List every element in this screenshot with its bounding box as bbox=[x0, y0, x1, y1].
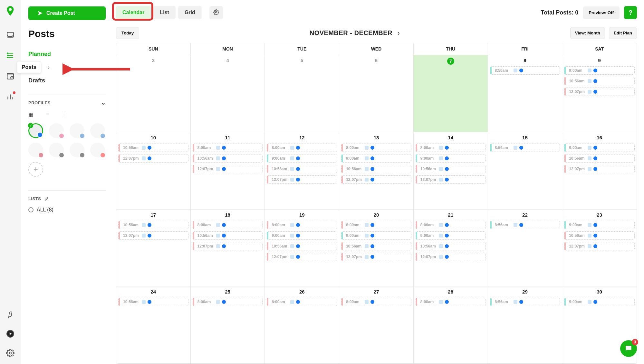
post-slot[interactable]: 9:00am bbox=[341, 231, 411, 240]
calendar-cell[interactable]: 7 bbox=[414, 55, 488, 132]
post-slot[interactable]: 12:07pm bbox=[341, 175, 411, 184]
post-slot[interactable]: 10:56am bbox=[118, 298, 188, 306]
profiles-header[interactable]: PROFILES ⌄ bbox=[28, 99, 106, 106]
post-slot[interactable]: 10:56am bbox=[416, 242, 486, 250]
post-slot[interactable]: 12:07pm bbox=[118, 154, 188, 163]
post-slot[interactable]: 8:00am bbox=[341, 221, 411, 229]
post-slot[interactable]: 9:00am bbox=[564, 66, 635, 75]
calendar-cell[interactable]: 228:56am bbox=[488, 210, 562, 287]
profile-avatar[interactable] bbox=[28, 123, 43, 138]
calendar-cell[interactable]: 218:00am9:00am10:56am12:07pm bbox=[414, 210, 488, 287]
post-slot[interactable]: 10:56am bbox=[193, 231, 263, 240]
post-slot[interactable]: 9:00am bbox=[267, 231, 337, 240]
calendar-cell[interactable]: 6 bbox=[339, 55, 414, 132]
post-slot[interactable]: 10:56am bbox=[118, 221, 188, 229]
calendar-cell[interactable]: 118:00am10:56am12:07pm bbox=[191, 132, 265, 210]
post-slot[interactable]: 9:00am bbox=[564, 298, 635, 306]
post-slot[interactable]: 9:00am bbox=[416, 154, 486, 163]
profile-avatar[interactable] bbox=[70, 123, 84, 138]
post-slot[interactable]: 10:56am bbox=[193, 154, 263, 163]
post-slot[interactable]: 8:56am bbox=[490, 144, 560, 152]
post-slot[interactable]: 10:56am bbox=[564, 77, 635, 85]
calendar-cell[interactable]: 138:00am9:00am10:56am12:07pm bbox=[339, 132, 414, 210]
posts-icon[interactable] bbox=[6, 51, 15, 60]
post-slot[interactable]: 8:00am bbox=[416, 144, 486, 152]
post-slot[interactable]: 9:00am bbox=[416, 231, 486, 240]
calendar-cell[interactable]: 99:00am10:56am12:07pm bbox=[562, 55, 637, 132]
settings-icon[interactable] bbox=[6, 349, 15, 358]
calendar-cell[interactable]: 1010:56am12:07pm bbox=[116, 132, 191, 210]
post-slot[interactable]: 10:56am bbox=[416, 165, 486, 173]
nav-drafts[interactable]: Drafts bbox=[28, 74, 106, 87]
create-post-button[interactable]: Create Post bbox=[28, 6, 106, 20]
analytics-icon[interactable] bbox=[6, 92, 15, 101]
post-slot[interactable]: 12:07pm bbox=[193, 242, 263, 250]
post-slot[interactable]: 8:00am bbox=[341, 144, 411, 152]
post-slot[interactable]: 8:56am bbox=[490, 221, 560, 229]
post-slot[interactable]: 10:56am bbox=[267, 165, 337, 173]
calendar-cell[interactable]: 158:56am bbox=[488, 132, 562, 210]
preview-toggle[interactable]: Preview: Off bbox=[583, 6, 620, 19]
calendar-cell[interactable]: 169:00am10:56am12:07pm bbox=[562, 132, 637, 210]
post-slot[interactable]: 12:07pm bbox=[341, 253, 411, 261]
calendar-cell[interactable]: 288:00am bbox=[414, 286, 488, 364]
post-slot[interactable]: 9:00am bbox=[564, 221, 635, 229]
post-slot[interactable]: 12:07pm bbox=[193, 165, 263, 173]
profile-sort-icon[interactable]: ≣ bbox=[62, 111, 66, 117]
profile-avatar[interactable] bbox=[49, 123, 64, 138]
profile-avatar[interactable] bbox=[90, 143, 105, 157]
calendar-cell[interactable]: 1710:56am12:07pm bbox=[116, 210, 191, 287]
post-slot[interactable]: 12:07pm bbox=[564, 88, 635, 96]
calendar-cell[interactable]: 148:00am9:00am10:56am12:07pm bbox=[414, 132, 488, 210]
help-button[interactable]: ? bbox=[624, 6, 637, 19]
calendar-cell[interactable]: 198:00am9:00am10:56am12:07pm bbox=[265, 210, 339, 287]
calendar-cell[interactable]: 5 bbox=[265, 55, 339, 132]
calendar-cell[interactable]: 278:00am bbox=[339, 286, 414, 364]
post-slot[interactable]: 8:00am bbox=[267, 221, 337, 229]
inbox-icon[interactable] bbox=[6, 30, 15, 39]
post-slot[interactable]: 12:07pm bbox=[118, 231, 188, 240]
today-button[interactable]: Today bbox=[116, 27, 139, 39]
post-slot[interactable]: 12:07pm bbox=[564, 242, 635, 250]
post-slot[interactable]: 8:00am bbox=[267, 144, 337, 152]
play-icon[interactable] bbox=[6, 329, 15, 338]
beta-icon[interactable]: β bbox=[6, 310, 15, 319]
post-slot[interactable]: 12:07pm bbox=[416, 253, 486, 261]
tab-list[interactable]: List bbox=[153, 6, 175, 19]
calendar-cell[interactable]: 298:56am bbox=[488, 286, 562, 364]
schedule-icon[interactable] bbox=[6, 71, 15, 80]
calendar-cell[interactable]: 239:00am10:56am12:07pm bbox=[562, 210, 637, 287]
post-slot[interactable]: 12:07pm bbox=[416, 175, 486, 184]
post-slot[interactable]: 10:56am bbox=[118, 144, 188, 152]
tab-grid[interactable]: Grid bbox=[178, 6, 202, 19]
add-profile-button[interactable]: + bbox=[28, 162, 43, 177]
view-month-button[interactable]: View: Month bbox=[570, 27, 605, 39]
calendar-cell[interactable]: 4 bbox=[191, 55, 265, 132]
edit-plan-button[interactable]: Edit Plan bbox=[609, 27, 637, 39]
profile-avatar[interactable] bbox=[49, 143, 64, 157]
profile-list-icon[interactable]: ≡ bbox=[46, 111, 49, 117]
post-slot[interactable]: 9:00am bbox=[564, 144, 635, 152]
post-slot[interactable]: 12:07pm bbox=[267, 253, 337, 261]
tab-calendar[interactable]: Calendar bbox=[116, 6, 151, 19]
post-slot[interactable]: 9:00am bbox=[267, 154, 337, 163]
post-slot[interactable]: 8:56am bbox=[490, 298, 560, 306]
profile-avatar[interactable] bbox=[90, 123, 105, 138]
calendar-cell[interactable]: 258:00am bbox=[191, 286, 265, 364]
chevron-right-icon[interactable]: › bbox=[396, 29, 400, 36]
post-slot[interactable]: 9:00am bbox=[341, 154, 411, 163]
post-slot[interactable]: 8:00am bbox=[193, 221, 263, 229]
pencil-icon[interactable] bbox=[44, 197, 49, 201]
view-settings-button[interactable] bbox=[209, 6, 223, 19]
post-slot[interactable]: 8:00am bbox=[267, 298, 337, 306]
post-slot[interactable]: 8:00am bbox=[416, 221, 486, 229]
list-all-radio[interactable]: ALL (8) bbox=[28, 207, 106, 213]
post-slot[interactable]: 12:07pm bbox=[564, 165, 635, 173]
profile-avatar[interactable] bbox=[28, 143, 43, 157]
calendar-cell[interactable]: 208:00am9:00am10:56am12:07pm bbox=[339, 210, 414, 287]
post-slot[interactable]: 10:56am bbox=[564, 154, 635, 163]
post-slot[interactable]: 10:56am bbox=[267, 242, 337, 250]
post-slot[interactable]: 12:07pm bbox=[267, 175, 337, 184]
calendar-cell[interactable]: 268:00am bbox=[265, 286, 339, 364]
post-slot[interactable]: 8:00am bbox=[193, 144, 263, 152]
